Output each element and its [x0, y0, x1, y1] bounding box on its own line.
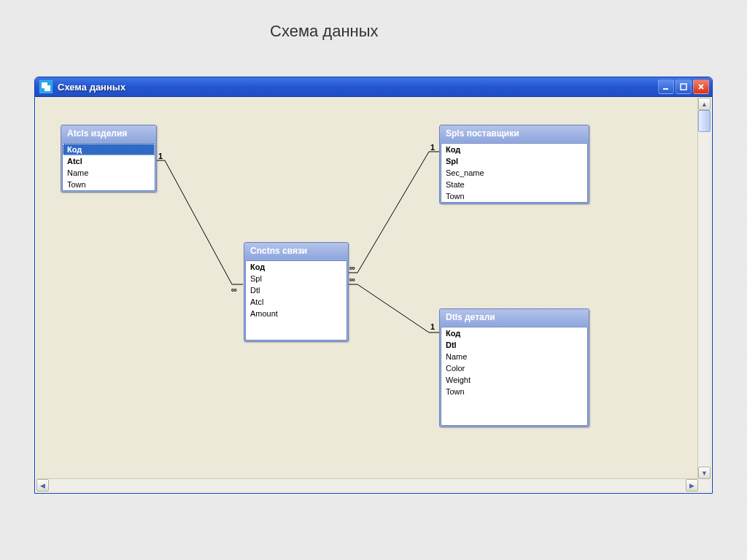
field-item[interactable]: Amount [246, 308, 347, 319]
page-title: Схема данных [270, 22, 379, 41]
relationships-canvas[interactable]: 1 ∞ 1 ∞ 1 ∞ Atcls изделия Код Atcl Name … [36, 98, 698, 479]
field-item[interactable]: State [441, 179, 587, 190]
scroll-up-button[interactable]: ▲ [698, 98, 711, 110]
field-item[interactable]: Atcl [63, 155, 155, 167]
table-header[interactable]: Dtls детали [440, 309, 589, 326]
cardinality-many: ∞ [349, 263, 355, 272]
vertical-scrollbar[interactable]: ▲ ▼ [697, 98, 711, 479]
field-item[interactable]: Spl [441, 155, 587, 167]
horizontal-scrollbar[interactable]: ◀ ▶ [36, 478, 698, 491]
window-buttons [658, 79, 709, 94]
table-atcls[interactable]: Atcls изделия Код Atcl Name Town [61, 125, 157, 192]
canvas-wrapper: 1 ∞ 1 ∞ 1 ∞ Atcls изделия Код Atcl Name … [36, 98, 711, 491]
scroll-corner [698, 479, 711, 491]
scroll-left-button[interactable]: ◀ [36, 479, 49, 491]
field-item[interactable]: Name [441, 351, 587, 362]
cardinality-one: 1 [430, 322, 435, 331]
table-spls[interactable]: Spls поставщики Код Spl Sec_name State T… [439, 125, 589, 204]
svg-rect-0 [663, 88, 668, 90]
field-item[interactable]: Weight [441, 374, 587, 386]
table-header[interactable]: Atcls изделия [61, 125, 156, 142]
maximize-button[interactable] [676, 79, 692, 94]
table-header[interactable]: Cnctns связи [244, 243, 348, 260]
table-fields: Код Dtl Name Color Weight Town [441, 327, 588, 426]
field-item[interactable]: Sec_name [441, 167, 587, 179]
window-title: Схема данных [56, 82, 658, 93]
field-item[interactable]: Код [441, 327, 587, 339]
minimize-button[interactable] [658, 79, 674, 94]
field-item[interactable]: Atcl [246, 296, 347, 308]
table-fields: Код Spl Sec_name State Town [441, 143, 588, 203]
table-cnctns[interactable]: Cnctns связи Код Spl Dtl Atcl Amount [244, 242, 349, 342]
field-item[interactable]: Name [63, 167, 155, 179]
close-button[interactable] [693, 79, 709, 94]
field-item[interactable]: Town [63, 179, 155, 190]
scroll-right-button[interactable]: ▶ [686, 479, 698, 491]
field-item[interactable]: Dtl [246, 284, 347, 296]
scroll-thumb[interactable] [698, 110, 711, 132]
field-item[interactable]: Color [441, 362, 587, 374]
svg-rect-1 [681, 84, 686, 90]
relationships-window: Схема данных 1 ∞ 1 ∞ 1 ∞ Atc [34, 77, 713, 494]
relationships-icon [39, 80, 53, 93]
cardinality-one: 1 [158, 152, 163, 160]
cardinality-one: 1 [430, 143, 435, 152]
field-item[interactable]: Код [63, 144, 155, 155]
field-item[interactable]: Код [441, 144, 587, 155]
field-item[interactable]: Town [441, 386, 587, 397]
table-fields: Код Atcl Name Town [62, 143, 155, 191]
window-titlebar[interactable]: Схема данных [35, 77, 712, 97]
cardinality-many: ∞ [349, 275, 355, 284]
table-fields: Код Spl Dtl Atcl Amount [245, 260, 347, 341]
field-item[interactable]: Код [246, 261, 347, 273]
scroll-down-button[interactable]: ▼ [698, 467, 711, 479]
field-item[interactable]: Town [441, 190, 587, 202]
field-item[interactable]: Dtl [441, 339, 587, 351]
table-header[interactable]: Spls поставщики [440, 125, 589, 142]
cardinality-many: ∞ [231, 285, 237, 294]
table-dtls[interactable]: Dtls детали Код Dtl Name Color Weight To… [439, 308, 589, 427]
field-item[interactable]: Spl [246, 273, 347, 284]
